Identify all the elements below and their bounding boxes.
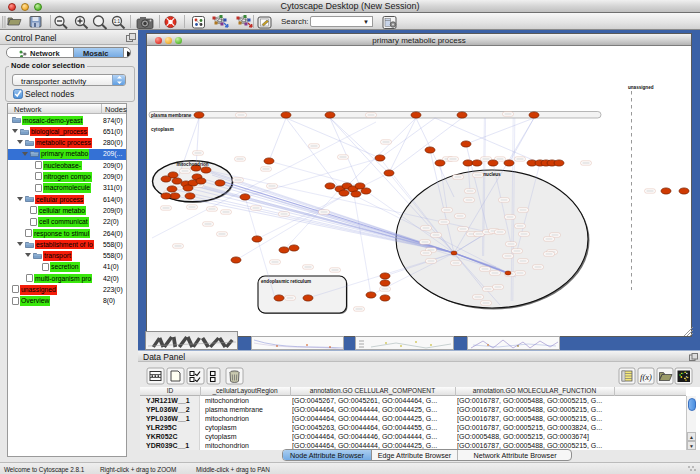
svg-text:cytoplasm: cytoplasm: [151, 127, 174, 132]
svg-text:endoplasmic reticulum: endoplasmic reticulum: [261, 279, 311, 284]
svg-text:nucleus: nucleus: [483, 172, 501, 177]
svg-text:mitochondrion: mitochondrion: [176, 162, 208, 167]
svg-text:plasma membrane: plasma membrane: [151, 113, 192, 118]
svg-text:1:1: 1:1: [114, 19, 121, 24]
svg-text:f(x): f(x): [640, 372, 652, 382]
svg-text:unassigned: unassigned: [628, 85, 654, 90]
